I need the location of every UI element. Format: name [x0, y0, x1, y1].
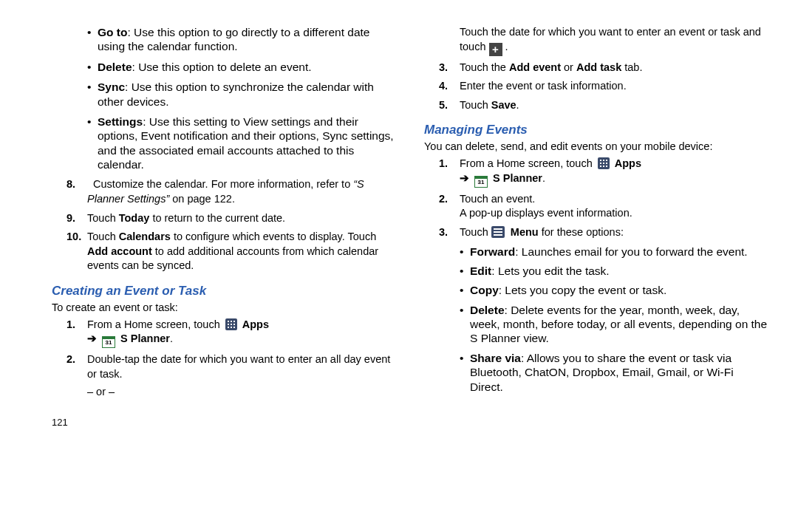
or-divider: – or –	[52, 386, 396, 398]
apps-icon	[598, 157, 610, 169]
left-column: Go to: Use this option to go directly to…	[7, 25, 409, 428]
heading-creating: Creating an Event or Task	[52, 284, 396, 299]
arrow-icon: ➔	[460, 172, 469, 184]
creating-steps: 1. From a Home screen, touch Apps ➔ 31 S…	[52, 318, 396, 382]
step-10: 10. Touch Calendars to configure which e…	[52, 230, 396, 273]
managing-step-3: 3. Touch Menu for these options:	[424, 225, 768, 240]
plus-icon: +	[489, 43, 502, 56]
apps-icon	[225, 318, 237, 330]
options-bullet-list: Go to: Use this option to go directly to…	[52, 25, 396, 171]
intro-managing: You can delete, send, and edit events on…	[424, 140, 768, 152]
step-3: 3. Touch the Add event or Add task tab.	[424, 61, 768, 75]
page-number: 121	[52, 417, 396, 428]
right-column: Touch the date for which you want to ent…	[409, 25, 776, 428]
bullet-settings: Settings: Use this setting to View setti…	[52, 115, 396, 172]
managing-step-1: 1. From a Home screen, touch Apps ➔ 31 S…	[424, 157, 768, 188]
steps-3-5: 3. Touch the Add event or Add task tab. …	[424, 61, 768, 113]
step-5: 5. Touch Save.	[424, 98, 768, 113]
creating-step-2: 2. Double-tap the date for which you wan…	[52, 352, 396, 381]
splanner-icon: 31	[474, 176, 488, 188]
step-8: 8. Customize the calendar. For more info…	[52, 177, 396, 206]
bullet-forward: Forward: Launches email for you to forwa…	[424, 245, 768, 259]
step2-continued: Touch the date for which you want to ent…	[424, 25, 768, 56]
arrow-icon: ➔	[87, 332, 97, 344]
managing-step-2: 2. Touch an event. A pop-up displays eve…	[424, 192, 768, 221]
bullet-sync: Sync: Use this option to synchronize the…	[52, 80, 396, 109]
creating-step-1: 1. From a Home screen, touch Apps ➔ 31 S…	[52, 318, 396, 349]
menu-icon	[491, 226, 505, 238]
menu-options-bullets: Forward: Launches email for you to forwa…	[424, 245, 768, 394]
heading-managing: Managing Events	[424, 123, 768, 137]
bullet-copy: Copy: Lets you copy the event or task.	[424, 283, 768, 297]
step-9: 9. Touch Today to return to the current …	[52, 211, 396, 226]
bullet-delete: Delete: Use this option to delete an eve…	[52, 60, 396, 74]
splanner-icon: 31	[102, 336, 115, 348]
intro-creating: To create an event or task:	[52, 301, 396, 313]
managing-steps: 1. From a Home screen, touch Apps ➔ 31 S…	[424, 157, 768, 239]
step-4: 4. Enter the event or task information.	[424, 79, 768, 94]
numbered-steps-8-10: 8. Customize the calendar. For more info…	[52, 177, 396, 273]
manual-page: Go to: Use this option to go directly to…	[0, 0, 798, 443]
bullet-delete2: Delete: Delete events for the year, mont…	[424, 303, 768, 346]
bullet-edit: Edit: Lets you edit the task.	[424, 264, 768, 278]
bullet-sharevia: Share via: Allows you to share the event…	[424, 351, 768, 394]
bullet-goto: Go to: Use this option to go directly to…	[52, 25, 396, 54]
